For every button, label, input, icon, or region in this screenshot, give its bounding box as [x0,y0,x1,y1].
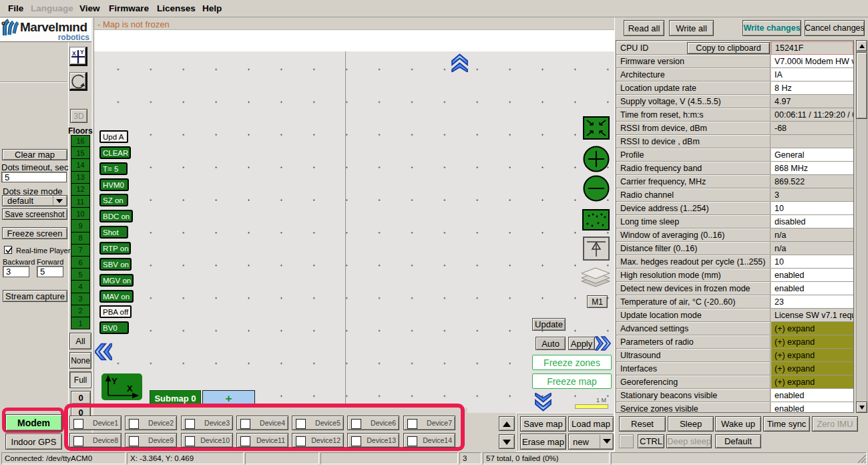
svg-text:X: X [127,383,133,394]
svg-text:Y: Y [112,376,118,386]
svg-text:Y: Y [80,49,84,55]
svg-text:X: X [72,50,76,57]
